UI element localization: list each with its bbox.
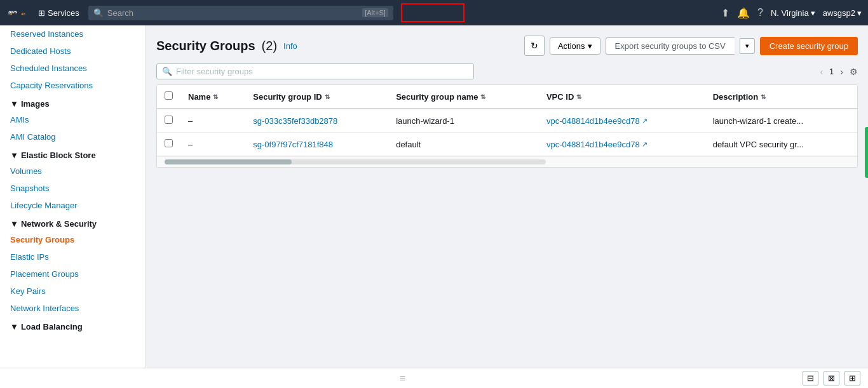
vpcid-sort-icon[interactable]: ⇅ xyxy=(576,93,581,100)
account-label: awsgsp2 xyxy=(823,8,855,18)
row-checkbox-1[interactable] xyxy=(165,139,173,147)
services-menu[interactable]: ⊞ Services xyxy=(34,6,83,20)
sidebar-item-ami-catalog[interactable]: AMI Catalog xyxy=(0,128,146,145)
cell-sgid-0[interactable]: sg-033c35fef33db2878 xyxy=(245,109,388,133)
sidebar-item-capacity-reservations[interactable]: Capacity Reservations xyxy=(0,77,146,94)
top-navigation: aws ⊞ Services 🔍 [Alt+S] ⬆ 🔔 ? N. Virgin… xyxy=(0,0,868,25)
account-selector[interactable]: awsgsp2 ▾ xyxy=(823,8,862,18)
sidebar-item-key-pairs[interactable]: Key Pairs xyxy=(0,283,146,300)
desc-sort-icon[interactable]: ⇅ xyxy=(761,93,766,100)
sidebar-item-elastic-ips[interactable]: Elastic IPs xyxy=(0,248,146,265)
col-name: Name ⇅ xyxy=(180,85,245,109)
sidebar-item-scheduled-instances[interactable]: Scheduled Instances xyxy=(0,60,146,77)
sidebar-item-dedicated-hosts[interactable]: Dedicated Hosts xyxy=(0,43,146,60)
view-btn-grid[interactable]: ⊞ xyxy=(844,371,860,385)
cell-vpcid-1[interactable]: vpc-048814d1b4ee9cd78 ↗ xyxy=(539,133,705,156)
bottom-bar: ≡ ⊟ ⊠ ⊞ xyxy=(0,368,868,388)
view-btn-split-vert[interactable]: ⊠ xyxy=(824,371,839,385)
main-content: Security Groups (2) Info ↻ Actions ▾ Exp… xyxy=(146,25,868,388)
main-layout: Reserved Instances Dedicated Hosts Sched… xyxy=(0,25,868,388)
refresh-button[interactable]: ↻ xyxy=(524,36,545,56)
search-icon: 🔍 xyxy=(93,8,104,18)
network-arrow-icon: ▼ xyxy=(10,219,18,229)
network-section-label: Network & Security xyxy=(21,219,97,229)
sidebar-item-amis[interactable]: AMIs xyxy=(0,111,146,128)
name-sort-icon[interactable]: ⇅ xyxy=(213,93,218,100)
export-button[interactable]: Export security groups to CSV xyxy=(606,37,735,55)
actions-chevron-icon: ▾ xyxy=(588,41,592,51)
view-btn-split-horiz[interactable]: ⊟ xyxy=(803,371,818,385)
account-chevron-icon: ▾ xyxy=(857,8,862,18)
region-chevron-icon: ▾ xyxy=(811,8,815,18)
external-link-icon-1: ↗ xyxy=(642,140,648,149)
services-label: Services xyxy=(48,8,79,18)
row-checkbox-0[interactable] xyxy=(165,116,173,124)
images-arrow-icon: ▼ xyxy=(10,99,18,109)
cell-desc-0: launch-wizard-1 create... xyxy=(705,109,857,133)
pagination-prev-button[interactable]: ‹ xyxy=(817,65,825,78)
bell-icon[interactable]: 🔔 xyxy=(737,7,750,19)
actions-label: Actions xyxy=(558,41,585,51)
external-link-icon-0: ↗ xyxy=(642,117,648,125)
sidebar-item-placement-groups[interactable]: Placement Groups xyxy=(0,265,146,283)
sidebar: Reserved Instances Dedicated Hosts Sched… xyxy=(0,25,146,388)
lb-section-label: Load Balancing xyxy=(21,322,83,331)
cell-sgid-1[interactable]: sg-0f97f97cf7181f848 xyxy=(245,133,388,156)
pagination-number: 1 xyxy=(829,67,834,76)
table-row: – sg-033c35fef33db2878 launch-wizard-1 v… xyxy=(157,109,857,133)
filter-input[interactable] xyxy=(176,67,468,76)
sidebar-section-images[interactable]: ▼ Images xyxy=(0,94,146,111)
pagination-next-button[interactable]: › xyxy=(837,65,846,78)
ebs-section-label: Elastic Block Store xyxy=(21,151,96,160)
help-icon[interactable]: ? xyxy=(757,7,763,18)
security-groups-table: Name ⇅ Security group ID ⇅ xyxy=(156,84,858,168)
aws-logo[interactable]: aws xyxy=(6,6,27,19)
sidebar-item-volumes[interactable]: Volumes xyxy=(0,163,146,180)
sidebar-item-snapshots[interactable]: Snapshots xyxy=(0,180,146,197)
sidebar-section-load-balancing[interactable]: ▼ Load Balancing xyxy=(0,317,146,334)
upload-icon[interactable]: ⬆ xyxy=(721,7,729,19)
info-link[interactable]: Info xyxy=(283,41,297,51)
page-header: Security Groups (2) Info ↻ Actions ▾ Exp… xyxy=(156,36,858,56)
sidebar-item-security-groups[interactable]: Security Groups xyxy=(0,231,146,248)
sgid-sort-icon[interactable]: ⇅ xyxy=(325,93,330,100)
page-title: Security Groups xyxy=(156,39,255,53)
col-sg-name: Security group name ⇅ xyxy=(388,85,539,109)
export-dropdown-button[interactable]: ▾ xyxy=(740,38,755,54)
col-vpc-id: VPC ID ⇅ xyxy=(539,85,705,109)
sgname-sort-icon[interactable]: ⇅ xyxy=(480,93,485,100)
sidebar-item-network-interfaces[interactable]: Network Interfaces xyxy=(0,300,146,317)
cell-name-1: – xyxy=(180,133,245,156)
create-security-group-button[interactable]: Create security group xyxy=(760,37,858,55)
nav-right-section: ⬆ 🔔 ? N. Virginia ▾ awsgsp2 ▾ xyxy=(721,7,862,19)
filter-input-wrap[interactable]: 🔍 xyxy=(156,64,474,79)
page-count: (2) xyxy=(262,39,277,53)
cell-name-0: – xyxy=(180,109,245,133)
global-search[interactable]: 🔍 [Alt+S] xyxy=(88,6,393,20)
lb-arrow-icon: ▼ xyxy=(10,322,18,331)
ebs-arrow-icon: ▼ xyxy=(10,151,18,160)
cell-sgname-0: launch-wizard-1 xyxy=(388,109,539,133)
table-header-row: Name ⇅ Security group ID ⇅ xyxy=(157,85,857,109)
sidebar-item-reserved-instances[interactable]: Reserved Instances xyxy=(0,25,146,43)
bottom-separator: ≡ xyxy=(400,373,405,384)
highlight-box xyxy=(401,3,465,22)
cell-sgname-1: default xyxy=(388,133,539,156)
sidebar-section-network[interactable]: ▼ Network & Security xyxy=(0,214,146,231)
search-input[interactable] xyxy=(107,8,358,18)
filter-search-icon: 🔍 xyxy=(162,67,172,76)
table-row: – sg-0f97f97cf7181f848 default vpc-04881… xyxy=(157,133,857,156)
region-label: N. Virginia xyxy=(771,8,809,18)
cell-vpcid-0[interactable]: vpc-048814d1b4ee9cd78 ↗ xyxy=(539,109,705,133)
region-selector[interactable]: N. Virginia ▾ xyxy=(771,8,815,18)
grid-icon: ⊞ xyxy=(38,8,45,18)
actions-button[interactable]: Actions ▾ xyxy=(550,37,600,55)
col-sg-id: Security group ID ⇅ xyxy=(245,85,388,109)
sidebar-section-ebs[interactable]: ▼ Elastic Block Store xyxy=(0,145,146,163)
pagination-settings-button[interactable]: ⚙ xyxy=(850,67,858,77)
search-shortcut: [Alt+S] xyxy=(362,8,388,17)
svg-text:aws: aws xyxy=(8,9,17,15)
right-accent-bar xyxy=(865,127,868,178)
sidebar-item-lifecycle-manager[interactable]: Lifecycle Manager xyxy=(0,197,146,214)
select-all-checkbox[interactable] xyxy=(165,91,173,100)
